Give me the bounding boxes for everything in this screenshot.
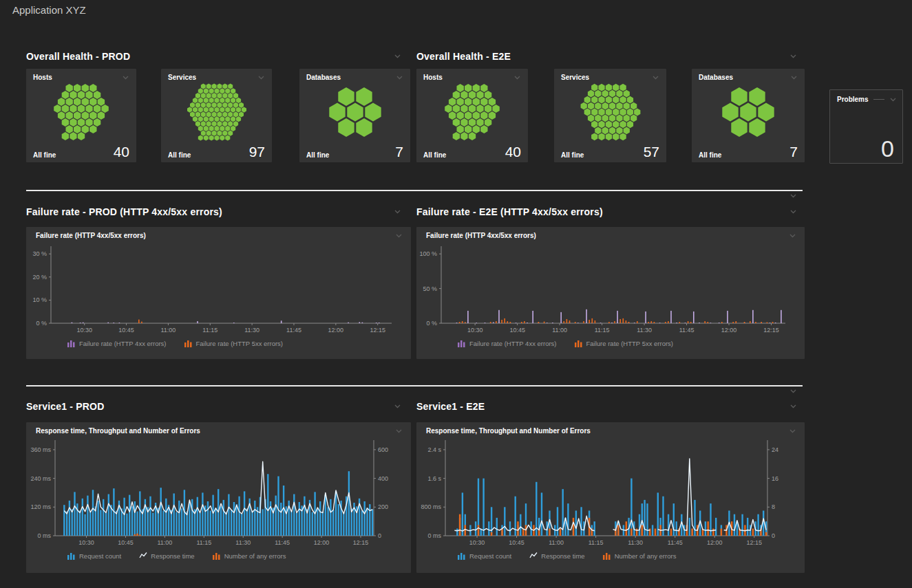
chevron-down-icon[interactable] xyxy=(789,74,798,81)
tile-hosts-e2e[interactable]: Hosts All fine40 xyxy=(416,69,528,162)
bar-series-icon xyxy=(458,339,466,347)
chevron-down-icon[interactable] xyxy=(789,53,797,60)
chevron-down-icon[interactable] xyxy=(393,403,401,410)
section-header-failure-prod: Failure rate - PROD (HTTP 4xx/5xx errors… xyxy=(26,206,401,218)
tile-title: Hosts xyxy=(423,74,443,81)
section-title: Service1 - PROD xyxy=(26,401,105,412)
svg-text:10:30: 10:30 xyxy=(469,539,485,546)
chevron-down-icon[interactable] xyxy=(651,74,659,81)
legend-item[interactable]: Failure rate (HTTP 4xx errors) xyxy=(458,339,557,347)
chevron-down-icon[interactable] xyxy=(393,53,401,60)
failure-rate-chart-prod[interactable]: 0 %10 %20 %30 %10:3010:4511:0011:1511:30… xyxy=(26,239,400,337)
tile-title: Databases xyxy=(306,74,341,81)
svg-text:240 ms: 240 ms xyxy=(30,475,51,482)
svg-text:11:00: 11:00 xyxy=(552,327,567,334)
problems-trend-placeholder xyxy=(873,99,884,100)
svg-text:11:30: 11:30 xyxy=(637,327,652,334)
tile-service1-e2e[interactable]: Response time, Throughput and Number of … xyxy=(416,422,805,573)
chevron-down-icon[interactable] xyxy=(394,428,403,435)
entity-count: 57 xyxy=(644,144,659,159)
chevron-down-icon[interactable] xyxy=(121,74,129,81)
svg-text:12:00: 12:00 xyxy=(721,327,737,334)
legend-item[interactable]: Failure rate (HTTP 4xx errors) xyxy=(67,339,167,347)
chevron-down-icon[interactable] xyxy=(788,232,796,239)
tile-services-e2e[interactable]: Services All fine57 xyxy=(554,69,666,162)
tile-problems[interactable]: Problems 0 xyxy=(829,89,903,164)
tile-service1-prod[interactable]: Response time, Throughput and Number of … xyxy=(26,422,411,573)
svg-text:12:15: 12:15 xyxy=(747,539,763,546)
honeycomb-services-e2e[interactable] xyxy=(569,83,652,142)
legend-item[interactable]: Request count xyxy=(458,552,511,560)
legend-item[interactable]: Failure rate (HTTP 5xx errors) xyxy=(575,339,674,347)
bar-series-icon xyxy=(458,552,466,560)
chevron-down-icon[interactable] xyxy=(789,388,797,395)
legend-label: Number of any errors xyxy=(224,552,286,560)
chevron-down-icon[interactable] xyxy=(788,428,796,435)
status-label: All fine xyxy=(306,151,329,159)
tile-title: Failure rate (HTTP 4xx/5xx errors) xyxy=(36,232,146,239)
svg-text:11:45: 11:45 xyxy=(679,327,694,334)
svg-text:11:30: 11:30 xyxy=(244,327,259,334)
svg-text:10:30: 10:30 xyxy=(467,327,483,334)
svg-text:20 %: 20 % xyxy=(32,274,47,281)
svg-text:10:45: 10:45 xyxy=(118,539,134,546)
svg-text:11:00: 11:00 xyxy=(160,327,176,334)
tile-failure-rate-prod[interactable]: Failure rate (HTTP 4xx/5xx errors) 0 %10… xyxy=(26,227,411,359)
chevron-down-icon[interactable] xyxy=(789,208,797,215)
chevron-down-icon[interactable] xyxy=(257,74,265,81)
legend-item[interactable]: Failure rate (HTTP 5xx errors) xyxy=(184,339,284,347)
legend-item[interactable]: Request count xyxy=(67,552,121,560)
legend-label: Request count xyxy=(469,552,511,560)
tile-services-prod[interactable]: Services All fine97 xyxy=(161,69,272,162)
tile-databases-prod[interactable]: Databases All fine7 xyxy=(299,69,410,162)
tile-title: Hosts xyxy=(33,74,52,81)
tile-databases-e2e[interactable]: Databases All fine7 xyxy=(692,69,805,162)
entity-count: 7 xyxy=(395,144,403,159)
svg-text:12:15: 12:15 xyxy=(763,327,779,334)
chevron-down-icon[interactable] xyxy=(394,232,403,239)
chevron-down-icon[interactable] xyxy=(393,208,401,215)
section-title: Service1 - E2E xyxy=(416,401,485,412)
svg-text:120 ms: 120 ms xyxy=(30,503,51,510)
svg-text:12:00: 12:00 xyxy=(328,327,344,334)
legend-item[interactable]: Response time xyxy=(139,552,194,560)
entity-count: 7 xyxy=(789,144,798,159)
svg-text:11:00: 11:00 xyxy=(157,539,172,546)
honeycomb-databases-prod[interactable] xyxy=(314,83,396,142)
legend-label: Failure rate (HTTP 4xx errors) xyxy=(79,340,167,347)
chevron-down-icon[interactable] xyxy=(513,74,521,81)
bar-series-icon xyxy=(575,339,583,347)
svg-text:0 %: 0 % xyxy=(36,320,47,327)
tile-title: Databases xyxy=(699,74,733,81)
tile-failure-rate-e2e[interactable]: Failure rate (HTTP 4xx/5xx errors) 0 %50… xyxy=(416,227,805,359)
honeycomb-hosts-prod[interactable] xyxy=(40,83,123,142)
legend-item[interactable]: Number of any errors xyxy=(603,552,677,560)
svg-text:400: 400 xyxy=(378,475,388,482)
dashboard: Application XYZ Overall Health - PROD Ov… xyxy=(0,0,912,588)
chevron-down-icon[interactable] xyxy=(789,193,797,199)
chevron-down-icon[interactable] xyxy=(395,74,403,81)
svg-text:30 %: 30 % xyxy=(32,250,47,257)
svg-text:16: 16 xyxy=(772,475,778,482)
svg-text:800 ms: 800 ms xyxy=(421,503,441,510)
svg-text:11:30: 11:30 xyxy=(628,539,643,546)
line-series-icon xyxy=(529,552,538,560)
chevron-down-icon[interactable] xyxy=(889,96,897,103)
legend-item[interactable]: Response time xyxy=(529,552,584,560)
svg-text:600: 600 xyxy=(378,446,388,453)
svg-text:0: 0 xyxy=(772,532,775,539)
honeycomb-databases-e2e[interactable] xyxy=(707,83,789,142)
legend-item[interactable]: Number of any errors xyxy=(213,552,286,560)
legend-label: Response time xyxy=(151,552,194,560)
honeycomb-hosts-e2e[interactable] xyxy=(431,83,513,142)
svg-text:10:45: 10:45 xyxy=(509,327,525,334)
failure-rate-chart-e2e[interactable]: 0 %50 %100 %10:3010:4511:0011:1511:3011:… xyxy=(416,239,794,337)
honeycomb-services-prod[interactable] xyxy=(176,83,258,142)
tile-hosts-prod[interactable]: Hosts All fine40 xyxy=(26,69,136,162)
legend-label: Request count xyxy=(79,552,121,560)
dashboard-title: Application XYZ xyxy=(12,4,86,16)
chart-legend: Failure rate (HTTP 4xx errors)Failure ra… xyxy=(458,339,805,347)
service-chart-e2e[interactable]: 0 ms800 ms1.6 s2.4 s08162410:3010:4511:0… xyxy=(416,435,794,549)
chevron-down-icon[interactable] xyxy=(789,403,797,410)
service-chart-prod[interactable]: 0 ms120 ms240 ms360 ms020040060010:3010:… xyxy=(26,435,400,549)
